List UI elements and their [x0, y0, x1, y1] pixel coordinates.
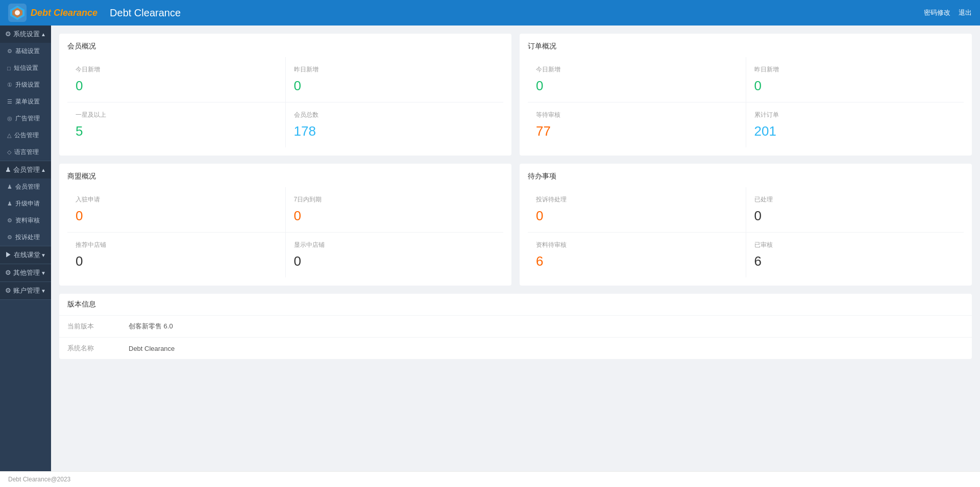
member-stats-grid: 今日新增 0 昨日新增 0 一星及以上 5 会员总数 178	[67, 57, 503, 147]
sidebar-item-complaint[interactable]: ⚙ 投诉处理	[0, 229, 51, 246]
svg-point-3	[15, 10, 20, 15]
sidebar-item-upgrade-settings-label: 升级设置	[15, 81, 40, 89]
member-overview-card: 会员概况 今日新增 0 昨日新增 0 一星及以上 5 会员总	[59, 34, 511, 156]
stat-total-member-value: 178	[294, 123, 496, 139]
sidebar-item-menu-settings-label: 菜单设置	[15, 97, 40, 106]
footer: Debt Clearance@2023	[0, 471, 980, 487]
version-current-label: 当前版本	[59, 316, 120, 338]
stat-merchant-apply-label: 入驻申请	[76, 195, 277, 204]
pending-stats-grid: 投诉待处理 0 已处理 0 资料待审核 6 已审核 6	[528, 187, 964, 277]
stat-complaint-processed: 已处理 0	[746, 187, 964, 232]
stat-profile-reviewed: 已审核 6	[746, 233, 964, 277]
stat-one-star-member: 一星及以上 5	[67, 102, 285, 147]
chevron-down-icon: ▼	[41, 252, 46, 258]
stat-yesterday-new-order-value: 0	[754, 78, 956, 94]
stat-complaint-pending-label: 投诉待处理	[536, 195, 738, 204]
stat-total-member-label: 会员总数	[294, 111, 496, 119]
sidebar-item-upgrade-apply[interactable]: ♟ 升级申请	[0, 195, 51, 212]
stat-expiring-7days: 7日内到期 0	[286, 187, 504, 232]
stat-pending-review-order: 等待审核 77	[528, 102, 746, 147]
sidebar-item-menu-settings[interactable]: ☰ 菜单设置	[0, 93, 51, 110]
stat-profile-reviewed-label: 已审核	[754, 241, 956, 249]
sidebar-group-other-header[interactable]: ⚙ 其他管理 ▼	[0, 264, 51, 281]
menu-icon: ☰	[7, 98, 12, 105]
sidebar-item-upgrade-settings[interactable]: ① 升级设置	[0, 76, 51, 93]
settings-icon: ⚙	[7, 48, 12, 55]
sidebar-item-member-management[interactable]: ♟ 会员管理	[0, 178, 51, 195]
stat-profile-pending-label: 资料待审核	[536, 241, 738, 249]
sidebar-item-announcement[interactable]: △ 公告管理	[0, 127, 51, 144]
sidebar-item-ad-management[interactable]: ◎ 广告管理	[0, 110, 51, 127]
pending-items-card: 待办事项 投诉待处理 0 已处理 0 资料待审核 6 已审核	[520, 164, 972, 286]
sidebar-group-system: ⚙ 系统设置 ▲ ⚙ 基础设置 □ 短信设置 ① 升级设置 ☰ 菜单设置 ◎ 广…	[0, 25, 51, 161]
stat-complaint-pending: 投诉待处理 0	[528, 187, 746, 232]
sidebar-group-member-header[interactable]: ♟ 会员管理 ▲	[0, 161, 51, 178]
stat-recommended-stores: 推荐中店铺 0	[67, 233, 285, 277]
sidebar-item-member-management-label: 会员管理	[15, 183, 40, 191]
sidebar-group-account-label: ⚙ 账户管理	[5, 286, 40, 295]
sidebar-group-account-header[interactable]: ⚙ 账户管理 ▼	[0, 282, 51, 299]
stat-total-order-label: 累计订单	[754, 111, 956, 119]
chevron-down-icon-2: ▼	[41, 270, 46, 276]
sidebar-group-account: ⚙ 账户管理 ▼	[0, 282, 51, 300]
footer-text: Debt Clearance@2023	[8, 476, 70, 483]
sidebar-item-profile-review-label: 资料审核	[15, 216, 40, 225]
header-actions: 密码修改 退出	[924, 8, 972, 17]
chevron-up-icon-2: ▲	[41, 167, 46, 173]
stat-merchant-apply: 入驻申请 0	[67, 187, 285, 232]
stat-pending-review-order-label: 等待审核	[536, 111, 738, 119]
order-stats-grid: 今日新增 0 昨日新增 0 等待审核 77 累计订单 201	[528, 57, 964, 147]
stat-today-new-order-value: 0	[536, 78, 738, 94]
review-icon: ⚙	[7, 217, 12, 224]
stat-merchant-apply-value: 0	[76, 208, 277, 224]
sidebar-group-system-header[interactable]: ⚙ 系统设置 ▲	[0, 25, 51, 43]
password-change-button[interactable]: 密码修改	[924, 8, 950, 17]
version-info-card: 版本信息 当前版本 创客新零售 6.0 系统名称 Debt Clearance	[59, 294, 972, 359]
sms-icon: □	[7, 65, 11, 71]
version-table: 当前版本 创客新零售 6.0 系统名称 Debt Clearance	[59, 315, 972, 359]
main-layout: ⚙ 系统设置 ▲ ⚙ 基础设置 □ 短信设置 ① 升级设置 ☰ 菜单设置 ◎ 广…	[0, 25, 980, 471]
stat-today-new-member: 今日新增 0	[67, 57, 285, 102]
sidebar-group-online-class-label: ▶ 在线课堂	[5, 250, 40, 260]
stat-today-new-order: 今日新增 0	[528, 57, 746, 102]
stat-yesterday-new-member: 昨日新增 0	[286, 57, 504, 102]
sidebar-item-profile-review[interactable]: ⚙ 资料审核	[0, 212, 51, 229]
logo-icon	[8, 4, 27, 22]
chevron-down-icon-3: ▼	[41, 288, 46, 294]
sidebar-item-announcement-label: 公告管理	[14, 131, 39, 140]
stat-displayed-stores-value: 0	[294, 253, 496, 269]
sidebar-group-online-class-header[interactable]: ▶ 在线课堂 ▼	[0, 246, 51, 264]
stat-total-order-value: 201	[754, 123, 956, 139]
sidebar-item-upgrade-apply-label: 升级申请	[15, 199, 40, 208]
sidebar-group-member: ♟ 会员管理 ▲ ♟ 会员管理 ♟ 升级申请 ⚙ 资料审核 ⚙ 投诉处理	[0, 161, 51, 246]
sidebar-item-ad-management-label: 广告管理	[15, 114, 40, 123]
stat-profile-pending-value: 6	[536, 253, 738, 269]
order-overview-card: 订单概况 今日新增 0 昨日新增 0 等待审核 77 累计订	[520, 34, 972, 156]
sidebar-item-sms-settings[interactable]: □ 短信设置	[0, 60, 51, 76]
stat-displayed-stores: 显示中店铺 0	[286, 233, 504, 277]
stat-displayed-stores-label: 显示中店铺	[294, 241, 496, 249]
stat-recommended-stores-value: 0	[76, 253, 277, 269]
logo-text: Debt Clearance	[31, 8, 97, 18]
main-content: 会员概况 今日新增 0 昨日新增 0 一星及以上 5 会员总	[51, 25, 980, 471]
merchant-overview-title: 商盟概况	[67, 172, 503, 181]
sidebar-item-sms-settings-label: 短信设置	[14, 64, 38, 72]
stat-yesterday-new-order: 昨日新增 0	[746, 57, 964, 102]
sidebar-item-basic-settings[interactable]: ⚙ 基础设置	[0, 43, 51, 60]
stat-yesterday-new-member-value: 0	[294, 78, 496, 94]
member-overview-title: 会员概况	[67, 42, 503, 51]
logout-button[interactable]: 退出	[959, 8, 972, 17]
sidebar-item-complaint-label: 投诉处理	[15, 233, 40, 242]
sidebar-group-member-label: ♟ 会员管理	[5, 165, 40, 174]
order-overview-title: 订单概况	[528, 42, 964, 51]
stat-total-member: 会员总数 178	[286, 102, 504, 147]
sidebar-group-other-label: ⚙ 其他管理	[5, 268, 40, 277]
version-row-current: 当前版本 创客新零售 6.0	[59, 316, 972, 338]
stat-complaint-processed-label: 已处理	[754, 195, 956, 204]
version-current-value: 创客新零售 6.0	[120, 316, 972, 338]
stat-profile-reviewed-value: 6	[754, 253, 956, 269]
upgrade-icon: ①	[7, 82, 12, 88]
merchant-overview-card: 商盟概况 入驻申请 0 7日内到期 0 推荐中店铺 0 显示	[59, 164, 511, 286]
dashboard-row-1: 会员概况 今日新增 0 昨日新增 0 一星及以上 5 会员总	[59, 34, 972, 156]
sidebar-item-language[interactable]: ◇ 语言管理	[0, 144, 51, 161]
